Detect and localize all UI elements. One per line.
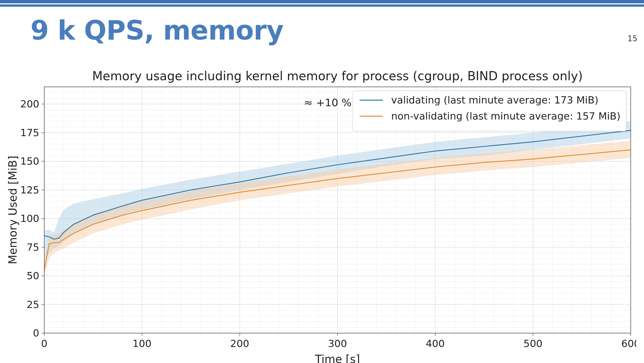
svg-text:600: 600	[621, 338, 636, 349]
slide-body: 9 k QPS, memory 010020030040050060002550…	[0, 15, 644, 46]
svg-text:200: 200	[20, 98, 39, 110]
svg-text:500: 500	[523, 338, 542, 349]
page-number: 15	[627, 34, 637, 43]
svg-text:Time [s]: Time [s]	[315, 353, 360, 363]
svg-text:Memory usage including kernel : Memory usage including kernel memory for…	[92, 70, 583, 83]
svg-text:75: 75	[27, 242, 39, 253]
slide-accent-bar-1	[0, 0, 644, 4]
svg-text:≈ +10 %: ≈ +10 %	[304, 97, 352, 109]
svg-text:150: 150	[20, 155, 39, 167]
svg-text:175: 175	[20, 127, 39, 138]
svg-text:200: 200	[230, 338, 249, 349]
svg-text:0: 0	[33, 327, 39, 339]
svg-text:300: 300	[328, 338, 347, 349]
memory-chart: 0100200300400500600025507510012515017520…	[6, 70, 636, 363]
svg-text:validating (last minute averag: validating (last minute average: 173 MiB…	[391, 94, 598, 106]
svg-text:50: 50	[27, 270, 39, 281]
svg-text:100: 100	[133, 338, 152, 349]
svg-text:125: 125	[20, 184, 39, 196]
svg-text:Memory Used [MiB]: Memory Used [MiB]	[6, 156, 19, 265]
svg-text:400: 400	[426, 338, 445, 349]
slide-title: 9 k QPS, memory	[30, 15, 644, 46]
slide-accent-bar-2	[0, 4, 644, 7]
svg-text:100: 100	[20, 213, 39, 224]
svg-text:non-validating (last minute av: non-validating (last minute average: 157…	[391, 110, 620, 122]
chart-container: 0100200300400500600025507510012515017520…	[6, 70, 636, 363]
svg-text:0: 0	[41, 338, 48, 349]
svg-text:25: 25	[27, 299, 39, 310]
